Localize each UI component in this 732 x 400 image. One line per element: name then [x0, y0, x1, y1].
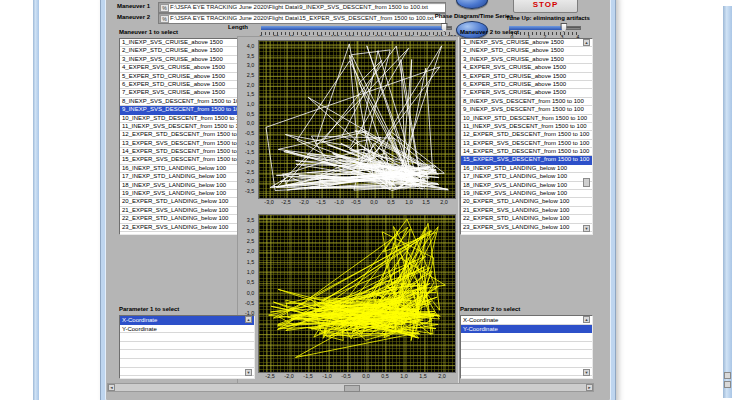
y-axis-tick-label: 1,5 [246, 92, 254, 97]
maneuver1-list-label: Maneuver 1 to select [119, 29, 178, 35]
background-scrollbar-button[interactable] [724, 372, 731, 379]
list-item[interactable] [461, 333, 592, 342]
length-slider-thumb[interactable] [441, 23, 448, 32]
list-item[interactable]: X-Coordinate [120, 316, 254, 325]
maneuver2-list-label: Maneuver 2 to select [460, 29, 519, 35]
y-axis-tick-label: 1,0 [246, 101, 254, 106]
length-slider-label: Length [228, 24, 248, 30]
phase-plot-1 [258, 40, 456, 199]
scroll-right-icon[interactable]: ► [586, 384, 593, 391]
stop-button[interactable]: STOP [513, 0, 578, 13]
maneuver2-list-scroll-down-icon[interactable]: ▼ [583, 225, 590, 232]
list-item[interactable]: 4_EXPER_SVS_CRUISE_above 1500 [461, 64, 592, 72]
list-item[interactable]: 20_EXPER_STD_LANDING_below 100 [461, 198, 592, 206]
tuneup-slider[interactable] [509, 23, 581, 32]
list-item[interactable]: Y-Coordinate [461, 325, 592, 334]
x-axis-tick-label: -2,5 [281, 199, 290, 204]
list-item[interactable]: X-Coordinate [461, 316, 592, 325]
list-item[interactable]: 9_INEXP_SVS_DESCENT_from 1500 to 100 [461, 106, 592, 114]
param1-list-scroll-up-icon[interactable]: ▲ [245, 316, 252, 323]
y-axis-tick-label: -0,5 [245, 300, 254, 305]
list-item[interactable]: 3_INEXP_SVS_CRUISE_above 1500 [461, 56, 592, 64]
param1-list-scroll-down-icon[interactable]: ▼ [245, 369, 252, 376]
list-item[interactable]: 1_INEXP_SVS_CRUISE_above 1500 [461, 39, 592, 47]
list-item[interactable] [461, 350, 592, 359]
list-item[interactable]: 20_EXPER_STD_LANDING_below 100 [120, 198, 254, 206]
param2-listbox[interactable]: X-CoordinateY-Coordinate [460, 315, 593, 379]
list-item[interactable]: 23_EXPER_SVS_LANDING_below 100 [461, 224, 592, 232]
phase-plot-2 [258, 214, 456, 373]
list-item[interactable]: 6_EXPER_STD_CRUISE_above 1500 [461, 81, 592, 89]
list-item[interactable]: 8_INEXP_SVS_DESCENT_from 1500 to 100 [461, 98, 592, 106]
x-axis-tick-label: -0,5 [342, 373, 351, 378]
x-axis-tick-label: 2,0 [439, 373, 447, 378]
list-item[interactable]: Y-Coordinate [120, 325, 254, 334]
list-item[interactable] [120, 350, 254, 359]
y-axis-tick-label: -2,0 [245, 159, 254, 164]
y-axis-tick-label: 2,5 [246, 238, 254, 243]
list-item[interactable]: 18_INEXP_SVS_LANDING_below 100 [461, 182, 592, 190]
phase-plot-2-trace [259, 215, 455, 372]
path-browse-icon[interactable]: % [160, 4, 169, 12]
maneuver2-list-scroll-up-icon[interactable]: ▲ [583, 39, 590, 46]
list-item[interactable]: 17_INEXP_STD_LANDING_below 100 [461, 173, 592, 181]
x-axis-tick-label: 1,5 [419, 373, 427, 378]
x-axis-tick-label: 0,0 [362, 373, 370, 378]
list-item[interactable]: 15_EXPER_SVS_DESCENT_from 1500 to 100 [461, 156, 592, 164]
list-item[interactable] [461, 368, 592, 377]
list-item[interactable] [461, 359, 592, 368]
length-slider[interactable] [261, 23, 452, 32]
list-item[interactable]: 13_EXPER_SVS_DESCENT_from 1500 to 100 [461, 140, 592, 148]
param2-list-scroll-up-icon[interactable]: ▲ [583, 316, 590, 323]
list-item[interactable]: 11_INEXP_SVS_DESCENT_from 1500 to 100 [461, 123, 592, 131]
scroll-left-icon[interactable]: ◄ [108, 384, 115, 391]
list-item[interactable]: 2_INEXP_STD_CRUISE_above 1500 [461, 47, 592, 55]
y-axis-tick-label: -3,5 [245, 188, 254, 193]
x-axis-tick-label: 0,5 [381, 373, 389, 378]
phase-plot-1-yaxis: 4,03,53,02,52,01,51,00,50,0-0,5-1,0-1,5-… [234, 40, 256, 197]
tuneup-slider-label: Tune Up: eliminating artifacts [506, 15, 590, 21]
background-scrollbar-button-2[interactable] [724, 381, 731, 388]
x-axis-tick-label: -1,5 [303, 373, 312, 378]
x-axis-tick-label: -2,5 [265, 373, 274, 378]
y-axis-tick-label: 0,5 [246, 279, 254, 284]
x-axis-tick-label: -1,0 [334, 199, 343, 204]
background-window-left-border [33, 0, 39, 400]
panel-hscroll-thumb[interactable] [344, 385, 360, 392]
y-axis-tick-label: 2,5 [246, 72, 254, 77]
list-item[interactable]: 10_INEXP_STD_DESCENT_from 1500 to 100 [461, 115, 592, 123]
length-slider-fill [261, 26, 444, 30]
param1-list-label: Parameter 1 to select [119, 306, 179, 312]
list-item[interactable] [120, 368, 254, 377]
y-axis-tick-label: 3,5 [246, 217, 254, 222]
list-item[interactable]: 12_EXPER_STD_DESCENT_from 1500 to 100 [461, 131, 592, 139]
y-axis-tick-label: 0,5 [246, 111, 254, 116]
list-item[interactable]: 7_EXPER_SVS_CRUISE_above 1500 [461, 89, 592, 97]
param2-list-scroll-down-icon[interactable]: ▼ [583, 369, 590, 376]
path-browse-icon-2[interactable]: % [160, 15, 169, 23]
maneuver1-path-field[interactable]: % F:\JSFA EYE TRACKING June 2020\Flight … [158, 2, 446, 13]
x-axis-tick-label: -1,5 [316, 199, 325, 204]
list-item[interactable]: 21_EXPER_SVS_LANDING_below 100 [461, 207, 592, 215]
list-item[interactable] [461, 342, 592, 351]
list-item[interactable]: 16_INEXP_STD_LANDING_below 100 [461, 165, 592, 173]
list-item[interactable]: 5_EXPER_STD_CRUISE_above 1500 [461, 73, 592, 81]
tuneup-slider-thumb[interactable] [560, 23, 567, 32]
y-axis-tick-label: 4,0 [246, 43, 254, 48]
list-item[interactable] [120, 359, 254, 368]
maneuver2-path-label: Maneuver 2 [117, 14, 150, 20]
panel-horizontal-scrollbar[interactable]: ◄ ► [107, 383, 594, 392]
y-axis-tick-label: -0,5 [245, 130, 254, 135]
list-item[interactable]: 19_INEXP_SVS_LANDING_below 100 [461, 190, 592, 198]
maneuver2-listbox[interactable]: 1_INEXP_SVS_CRUISE_above 15002_INEXP_STD… [460, 38, 593, 235]
y-axis-tick-label: 1,5 [246, 259, 254, 264]
list-item[interactable] [120, 333, 254, 342]
list-item[interactable] [120, 342, 254, 351]
maneuver2-path-value: F:\JSFA EYE TRACKING June 2020\Flight Da… [170, 15, 434, 21]
list-item[interactable]: 14_EXPER_STD_DESCENT_from 1500 to 100 [461, 148, 592, 156]
maneuver1-path-label: Maneuver 1 [117, 3, 150, 9]
maneuver2-list-scroll-thumb[interactable] [583, 178, 590, 187]
list-item[interactable]: 22_EXPER_STD_LANDING_below 100 [461, 215, 592, 223]
param1-listbox[interactable]: X-CoordinateY-Coordinate [119, 315, 255, 379]
x-axis-tick-label: -2,0 [299, 199, 308, 204]
